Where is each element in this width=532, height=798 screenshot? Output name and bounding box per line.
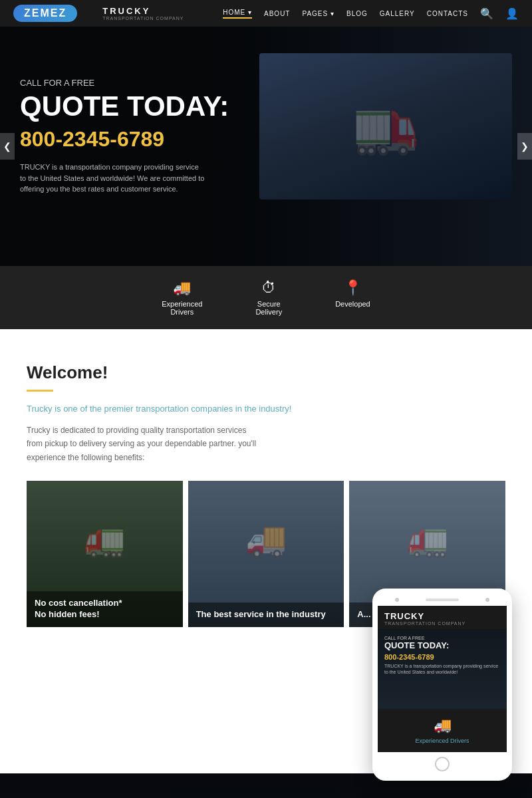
nav-gallery[interactable]: GALLERY <box>380 10 415 17</box>
zemez-logo: ZEMEZ <box>24 7 66 19</box>
hero-feature-2: ⏱ SecureDelivery <box>255 279 282 316</box>
phone-home-button[interactable] <box>378 752 507 775</box>
phone-call: CALL FOR A FREE <box>384 636 500 640</box>
hero-feature-1: 🚚 ExperiencedDrivers <box>162 279 202 316</box>
nav-pages[interactable]: PAGES ▾ <box>302 10 334 17</box>
card-icon-3: 🚛 <box>407 520 448 559</box>
hero-title: QUOTE TODAY: <box>20 91 512 122</box>
phone-screen: TRUCKY TRANSPORTATION COMPANY CALL FOR A… <box>378 606 507 752</box>
welcome-section: Welcome! Trucky is one of the premier tr… <box>0 329 532 464</box>
hero-call-text: CALL FOR A FREE <box>20 78 512 88</box>
phone-sensor <box>485 598 489 602</box>
card-icon-1: 🚛 <box>84 520 125 559</box>
hero-description: TRUCKY is a transportation company provi… <box>20 162 206 195</box>
welcome-title: Welcome! <box>27 362 505 383</box>
nav-about[interactable]: ABOUT <box>264 10 290 17</box>
phone-brand-sub: TRANSPORTATION COMPANY <box>384 621 500 626</box>
phone-number: 800-2345-6789 <box>384 653 500 661</box>
phone-home-circle <box>435 757 450 771</box>
hero-prev-arrow[interactable]: ❮ <box>0 133 15 160</box>
pin-icon: 📍 <box>344 279 362 297</box>
phone-camera <box>395 598 399 602</box>
header: ZEMEZ TRUCKY TRANSPORTATION COMPANY HOME… <box>0 0 532 27</box>
welcome-text: Trucky is dedicated to providing quality… <box>27 424 259 464</box>
hero-phone[interactable]: 800-2345-6789 <box>20 127 512 152</box>
welcome-content: Welcome! Trucky is one of the premier tr… <box>27 362 505 464</box>
nav-blog[interactable]: BLOG <box>346 10 368 17</box>
brand-subtitle: TRANSPORTATION COMPANY <box>102 16 184 21</box>
search-icon[interactable]: 🔍 <box>480 7 493 20</box>
phone-truck-icon: 🚚 <box>434 717 452 734</box>
user-icon[interactable]: 👤 <box>505 7 519 20</box>
phone-brand-name: TRUCKY <box>384 611 500 621</box>
phone-title: QUOTE TODAY: <box>384 640 500 651</box>
phone-notch <box>378 594 507 606</box>
hero-feature-label-1: ExperiencedDrivers <box>162 300 202 316</box>
clock-icon: ⏱ <box>261 279 276 297</box>
truck-icon-1: 🚚 <box>173 279 191 297</box>
phone-mockup: TRUCKY TRANSPORTATION COMPANY CALL FOR A… <box>372 589 512 781</box>
phone-feature: 🚚 Experienced Drivers <box>378 709 507 752</box>
phone-hero: CALL FOR A FREE QUOTE TODAY: 800-2345-67… <box>378 629 507 709</box>
welcome-subtitle: Trucky is one of the premier transportat… <box>27 404 505 414</box>
phone-speaker <box>426 598 459 601</box>
hero-next-arrow[interactable]: ❯ <box>517 133 532 160</box>
hero-content: CALL FOR A FREE QUOTE TODAY: 800-2345-67… <box>20 78 512 195</box>
main-nav: HOME ▾ ABOUT PAGES ▾ BLOG GALLERY CONTAC… <box>223 7 519 20</box>
hero-feature-3: 📍 Developed <box>335 279 370 316</box>
card-label-2: The best service in the industry <box>188 602 344 627</box>
hero-features-bar: 🚚 ExperiencedDrivers ⏱ SecureDelivery 📍 … <box>0 266 532 329</box>
image-card-1: 🚛 No cost cancellation*No hidden fees! <box>27 481 183 627</box>
image-card-2: 🚚 The best service in the industry <box>188 481 344 627</box>
card-icon-2: 🚚 <box>245 520 287 559</box>
hero-section: ❮ CALL FOR A FREE QUOTE TODAY: 800-2345-… <box>0 27 532 266</box>
phone-header: TRUCKY TRANSPORTATION COMPANY <box>378 606 507 629</box>
nav-home[interactable]: HOME ▾ <box>223 9 252 19</box>
header-brand: ZEMEZ TRUCKY TRANSPORTATION COMPANY <box>13 5 184 22</box>
hero-feature-label-3: Developed <box>335 300 370 308</box>
welcome-divider <box>27 390 53 392</box>
phone-feature-label: Experienced Drivers <box>415 737 469 744</box>
nav-contacts[interactable]: CONTACTS <box>427 10 468 17</box>
card-label-1: No cost cancellation*No hidden fees! <box>27 591 183 627</box>
brand-name: TRUCKY <box>102 6 184 16</box>
welcome-container: TRUCKY TRANSPORTATION COMPANY CALL FOR A… <box>0 329 532 798</box>
phone-desc: TRUCKY is a transportation company provi… <box>384 663 500 676</box>
hero-feature-label-2: SecureDelivery <box>255 300 282 316</box>
